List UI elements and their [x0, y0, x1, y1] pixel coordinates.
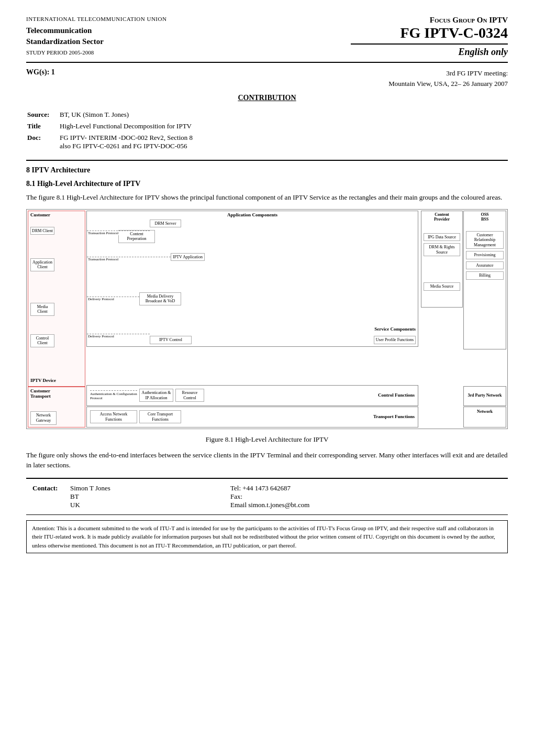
service-components-label: Service Components	[374, 326, 416, 332]
app-components-label: Application Components	[227, 212, 277, 217]
content-provider-label: ContentProvider	[421, 211, 462, 222]
wg-label: WG(s): 1	[26, 68, 55, 76]
transaction-protocol-2-label: Transaction Protocol	[87, 257, 119, 261]
network-label: Network	[464, 407, 506, 414]
ipg-data-source-box: IPG Data Source	[424, 233, 460, 242]
transport-functions-label: Transport Functions	[373, 414, 415, 420]
control-functions-label: Control Functions	[378, 392, 415, 399]
architecture-diagram: Customer DRM Client Application Client M…	[26, 209, 508, 429]
english-only: English only	[351, 47, 508, 58]
iptv-device-label: IPTV Device	[30, 378, 56, 383]
contribution-header: CONTRIBUTION	[26, 94, 508, 102]
iptv-app-box: IPTV Application	[171, 253, 205, 261]
contact-details: Simon T Jones BT UK	[65, 483, 224, 510]
customer-box: Customer DRM Client Application Client M…	[28, 211, 85, 387]
attention-box: Attention: This is a document submitted …	[26, 520, 508, 554]
auth-ip-box: Authentication & IP Allocation	[139, 389, 173, 402]
assurance-box: Assurance	[466, 261, 504, 270]
header-divider	[26, 62, 508, 63]
media-client-box: Media Client	[30, 303, 54, 316]
transport-functions-box: Access Network Functions Core Transport …	[86, 407, 418, 428]
oss-bss-box: OSSBSS Customer Relationship Management …	[463, 211, 506, 349]
title-label: Title	[27, 121, 59, 132]
third-party-network-box: 3rd Party Network	[463, 386, 506, 406]
source-value: BT, UK (Simon T. Jones)	[60, 109, 507, 120]
user-profile-box: User Profile Functions	[374, 336, 416, 344]
source-label: Source:	[27, 109, 59, 120]
control-client-box: Control Client	[30, 334, 54, 347]
auth-config-label: Authentication & Configuration Protocol	[90, 390, 137, 400]
fg-number: FG IPTV-C-0324	[351, 25, 508, 41]
access-network-box: Access Network Functions	[90, 410, 137, 423]
drm-client-box: DRM Client	[30, 227, 54, 235]
doc-table: Source: BT, UK (Simon T. Jones) Title Hi…	[26, 108, 508, 152]
meeting-line2: Mountain View, USA, 22– 26 January 2007	[388, 79, 508, 89]
org-name: INTERNATIONAL TELECOMMUNICATION UNION	[26, 16, 166, 22]
billing-box: Billing	[466, 271, 504, 280]
core-transport-box: Core Transport Functions	[139, 410, 181, 423]
section-8-title: 8 IPTV Architecture	[26, 166, 508, 174]
media-source-box: Media Source	[424, 282, 460, 291]
delivery-protocol-1-label: Delivery Protocol	[87, 297, 115, 301]
page-header: INTERNATIONAL TELECOMMUNICATION UNION Te…	[26, 16, 508, 58]
crm-box: Customer Relationship Management	[466, 231, 504, 249]
contact-label: Contact:	[27, 483, 64, 510]
provisioning-box: Provisioning	[466, 251, 504, 259]
network-label-box: Network	[463, 407, 506, 428]
sector-line1: Telecommunication	[26, 25, 166, 36]
intro-text: The figure 8.1 High-Level Architecture f…	[26, 192, 508, 203]
title-value: High-Level Functional Decomposition for …	[60, 121, 507, 132]
content-provider-box: ContentProvider IPG Data Source DRM & Ri…	[421, 211, 463, 308]
third-party-label: 3rd Party Network	[468, 393, 502, 398]
focus-group-title: Focus Group On IPTV	[351, 16, 508, 25]
wg-meeting-row: WG(s): 1 3rd FG IPTV meeting: Mountain V…	[26, 68, 508, 89]
resource-control-box: Resource Control	[175, 389, 204, 402]
body-text: The figure only shows the end-to-end int…	[26, 450, 508, 470]
section-divider	[26, 160, 508, 161]
network-gateway-box: Network Gateway	[30, 411, 57, 424]
drm-server-box: DRM Server	[150, 220, 181, 228]
study-period: STUDY PERIOD 2005-2008	[26, 49, 166, 56]
drm-rights-source-box: DRM & Rights Source	[424, 243, 460, 256]
doc-label: Doc:	[27, 133, 59, 151]
app-client-box: Application Client	[30, 258, 54, 271]
sector-line2: Standardization Sector	[26, 36, 166, 47]
meeting-line1: 3rd FG IPTV meeting:	[388, 68, 508, 79]
doc-value: FG IPTV- INTERIM -DOC-002 Rev2, Section …	[60, 133, 507, 151]
transaction-protocol-1-label: Transaction Protocol	[87, 231, 119, 235]
control-functions-box: Authentication & Configuration Protocol …	[86, 385, 418, 406]
app-components-box: Application Components DRM Server Conten…	[86, 211, 418, 347]
iptv-control-box: IPTV Control	[150, 336, 192, 344]
contact-table: Contact: Simon T Jones BT UK Tel: +44 14…	[26, 478, 508, 515]
customer-transport-box: CustomerTransport Network Gateway	[28, 387, 85, 428]
attention-text: Attention: This is a document submitted …	[32, 525, 495, 549]
customer-label: Customer	[30, 212, 50, 217]
subsection-title: 8.1 High-Level Architecture of IPTV	[26, 180, 508, 188]
customer-transport-label: CustomerTransport	[28, 387, 85, 400]
oss-bss-label: OSSBSS	[464, 211, 506, 222]
delivery-protocol-2-label: Delivery Protocol	[87, 334, 115, 338]
contact-tel: Tel: +44 1473 642687 Fax: Email simon.t.…	[225, 483, 507, 510]
figure-caption: Figure 8.1 High-Level Architecture for I…	[26, 435, 508, 444]
media-delivery-box: Media Delivery Broadcast & VoD	[139, 292, 181, 305]
meeting-info: 3rd FG IPTV meeting: Mountain View, USA,…	[388, 68, 508, 89]
